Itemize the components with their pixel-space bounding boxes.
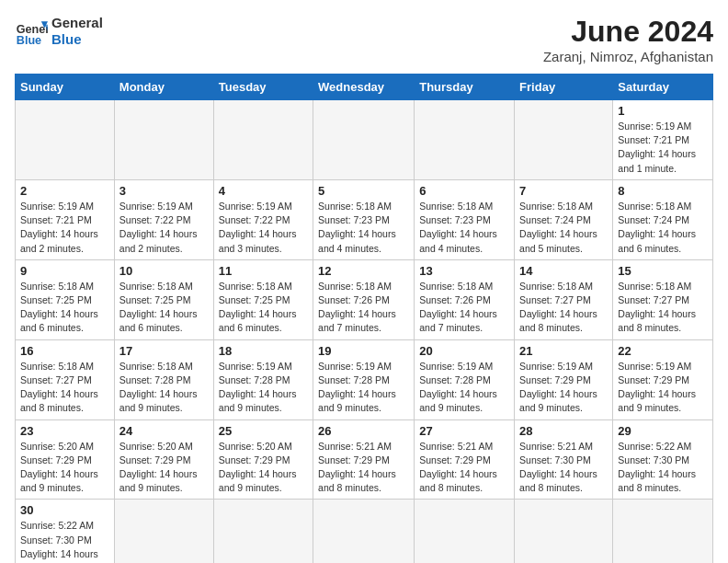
day-info: Sunrise: 5:19 AM Sunset: 7:22 PM Dayligh…	[219, 200, 308, 256]
calendar-cell: 11Sunrise: 5:18 AM Sunset: 7:25 PM Dayli…	[213, 259, 313, 339]
day-number: 2	[20, 184, 109, 198]
svg-text:Blue: Blue	[17, 34, 41, 47]
day-number: 26	[318, 424, 409, 438]
day-info: Sunrise: 5:19 AM Sunset: 7:22 PM Dayligh…	[119, 200, 209, 256]
day-number: 20	[419, 344, 509, 358]
day-number: 7	[519, 184, 608, 198]
calendar-cell: 22Sunrise: 5:19 AM Sunset: 7:29 PM Dayli…	[613, 339, 713, 419]
day-number: 8	[618, 184, 708, 198]
day-number: 19	[318, 344, 409, 358]
calendar-cell	[313, 500, 415, 563]
calendar-cell: 9Sunrise: 5:18 AM Sunset: 7:25 PM Daylig…	[16, 259, 115, 339]
calendar-cell: 7Sunrise: 5:18 AM Sunset: 7:24 PM Daylig…	[515, 179, 613, 259]
calendar-cell: 8Sunrise: 5:18 AM Sunset: 7:24 PM Daylig…	[613, 179, 713, 259]
day-number: 15	[618, 264, 708, 278]
calendar-cell: 14Sunrise: 5:18 AM Sunset: 7:27 PM Dayli…	[515, 259, 613, 339]
calendar-header-row: SundayMondayTuesdayWednesdayThursdayFrid…	[16, 75, 713, 100]
calendar-cell	[415, 500, 515, 563]
calendar-cell: 3Sunrise: 5:19 AM Sunset: 7:22 PM Daylig…	[114, 179, 213, 259]
day-header-sunday: Sunday	[16, 75, 115, 100]
calendar-cell: 24Sunrise: 5:20 AM Sunset: 7:29 PM Dayli…	[114, 419, 213, 500]
day-number: 9	[20, 264, 109, 278]
day-number: 22	[618, 344, 708, 358]
calendar-cell: 25Sunrise: 5:20 AM Sunset: 7:29 PM Dayli…	[213, 419, 313, 500]
calendar-table: SundayMondayTuesdayWednesdayThursdayFrid…	[15, 74, 713, 563]
calendar-cell: 21Sunrise: 5:19 AM Sunset: 7:29 PM Dayli…	[515, 339, 613, 419]
day-info: Sunrise: 5:21 AM Sunset: 7:29 PM Dayligh…	[318, 440, 409, 496]
day-number: 10	[119, 264, 209, 278]
day-info: Sunrise: 5:18 AM Sunset: 7:28 PM Dayligh…	[119, 360, 209, 416]
calendar-cell: 13Sunrise: 5:18 AM Sunset: 7:26 PM Dayli…	[415, 259, 515, 339]
day-info: Sunrise: 5:18 AM Sunset: 7:27 PM Dayligh…	[618, 280, 708, 336]
day-info: Sunrise: 5:18 AM Sunset: 7:24 PM Dayligh…	[519, 200, 608, 256]
day-info: Sunrise: 5:18 AM Sunset: 7:27 PM Dayligh…	[20, 360, 109, 416]
calendar-cell	[114, 100, 213, 180]
calendar-week-row: 23Sunrise: 5:20 AM Sunset: 7:29 PM Dayli…	[16, 419, 713, 500]
day-number: 14	[519, 264, 608, 278]
day-info: Sunrise: 5:19 AM Sunset: 7:28 PM Dayligh…	[219, 360, 308, 416]
title-area: June 2024 Zaranj, Nimroz, Afghanistan	[543, 15, 713, 64]
location-subtitle: Zaranj, Nimroz, Afghanistan	[543, 49, 713, 64]
logo-icon: General Blue	[15, 15, 48, 48]
day-info: Sunrise: 5:19 AM Sunset: 7:28 PM Dayligh…	[318, 360, 409, 416]
day-number: 21	[519, 344, 608, 358]
logo-general-text: General	[51, 15, 103, 31]
calendar-cell: 27Sunrise: 5:21 AM Sunset: 7:29 PM Dayli…	[415, 419, 515, 500]
logo: General Blue General Blue	[15, 15, 103, 48]
calendar-week-row: 30Sunrise: 5:22 AM Sunset: 7:30 PM Dayli…	[16, 500, 713, 563]
calendar-cell: 6Sunrise: 5:18 AM Sunset: 7:23 PM Daylig…	[415, 179, 515, 259]
calendar-cell: 19Sunrise: 5:19 AM Sunset: 7:28 PM Dayli…	[313, 339, 415, 419]
calendar-cell	[415, 100, 515, 180]
day-number: 29	[618, 424, 708, 438]
calendar-cell: 30Sunrise: 5:22 AM Sunset: 7:30 PM Dayli…	[16, 500, 115, 563]
calendar-cell: 12Sunrise: 5:18 AM Sunset: 7:26 PM Dayli…	[313, 259, 415, 339]
calendar-week-row: 9Sunrise: 5:18 AM Sunset: 7:25 PM Daylig…	[16, 259, 713, 339]
calendar-cell: 4Sunrise: 5:19 AM Sunset: 7:22 PM Daylig…	[213, 179, 313, 259]
day-header-wednesday: Wednesday	[313, 75, 415, 100]
calendar-cell	[313, 100, 415, 180]
day-info: Sunrise: 5:18 AM Sunset: 7:23 PM Dayligh…	[419, 200, 509, 256]
day-number: 16	[20, 344, 109, 358]
day-number: 6	[419, 184, 509, 198]
day-number: 28	[519, 424, 608, 438]
calendar-cell: 26Sunrise: 5:21 AM Sunset: 7:29 PM Dayli…	[313, 419, 415, 500]
day-info: Sunrise: 5:21 AM Sunset: 7:29 PM Dayligh…	[419, 440, 509, 496]
day-number: 30	[20, 503, 109, 517]
calendar-week-row: 16Sunrise: 5:18 AM Sunset: 7:27 PM Dayli…	[16, 339, 713, 419]
day-header-friday: Friday	[515, 75, 613, 100]
calendar-cell: 10Sunrise: 5:18 AM Sunset: 7:25 PM Dayli…	[114, 259, 213, 339]
day-info: Sunrise: 5:22 AM Sunset: 7:30 PM Dayligh…	[618, 440, 708, 496]
day-number: 3	[119, 184, 209, 198]
calendar-cell	[213, 100, 313, 180]
calendar-cell: 16Sunrise: 5:18 AM Sunset: 7:27 PM Dayli…	[16, 339, 115, 419]
day-number: 24	[119, 424, 209, 438]
day-info: Sunrise: 5:20 AM Sunset: 7:29 PM Dayligh…	[219, 440, 308, 496]
day-info: Sunrise: 5:20 AM Sunset: 7:29 PM Dayligh…	[119, 440, 209, 496]
day-info: Sunrise: 5:18 AM Sunset: 7:23 PM Dayligh…	[318, 200, 409, 256]
calendar-cell: 17Sunrise: 5:18 AM Sunset: 7:28 PM Dayli…	[114, 339, 213, 419]
day-info: Sunrise: 5:18 AM Sunset: 7:25 PM Dayligh…	[219, 280, 308, 336]
header: General Blue General Blue June 2024 Zara…	[15, 15, 713, 64]
calendar-cell	[16, 100, 115, 180]
day-info: Sunrise: 5:19 AM Sunset: 7:21 PM Dayligh…	[618, 120, 708, 176]
day-number: 18	[219, 344, 308, 358]
calendar-cell: 1Sunrise: 5:19 AM Sunset: 7:21 PM Daylig…	[613, 100, 713, 180]
day-number: 1	[618, 104, 708, 118]
day-number: 27	[419, 424, 509, 438]
day-header-saturday: Saturday	[613, 75, 713, 100]
calendar-cell: 18Sunrise: 5:19 AM Sunset: 7:28 PM Dayli…	[213, 339, 313, 419]
day-number: 13	[419, 264, 509, 278]
day-header-monday: Monday	[114, 75, 213, 100]
calendar-cell: 2Sunrise: 5:19 AM Sunset: 7:21 PM Daylig…	[16, 179, 115, 259]
day-number: 4	[219, 184, 308, 198]
calendar-cell	[515, 500, 613, 563]
day-info: Sunrise: 5:19 AM Sunset: 7:29 PM Dayligh…	[519, 360, 608, 416]
day-number: 23	[20, 424, 109, 438]
day-info: Sunrise: 5:18 AM Sunset: 7:24 PM Dayligh…	[618, 200, 708, 256]
calendar-week-row: 2Sunrise: 5:19 AM Sunset: 7:21 PM Daylig…	[16, 179, 713, 259]
day-info: Sunrise: 5:19 AM Sunset: 7:28 PM Dayligh…	[419, 360, 509, 416]
calendar-cell	[114, 500, 213, 563]
day-info: Sunrise: 5:18 AM Sunset: 7:25 PM Dayligh…	[20, 280, 109, 336]
day-info: Sunrise: 5:21 AM Sunset: 7:30 PM Dayligh…	[519, 440, 608, 496]
day-number: 11	[219, 264, 308, 278]
